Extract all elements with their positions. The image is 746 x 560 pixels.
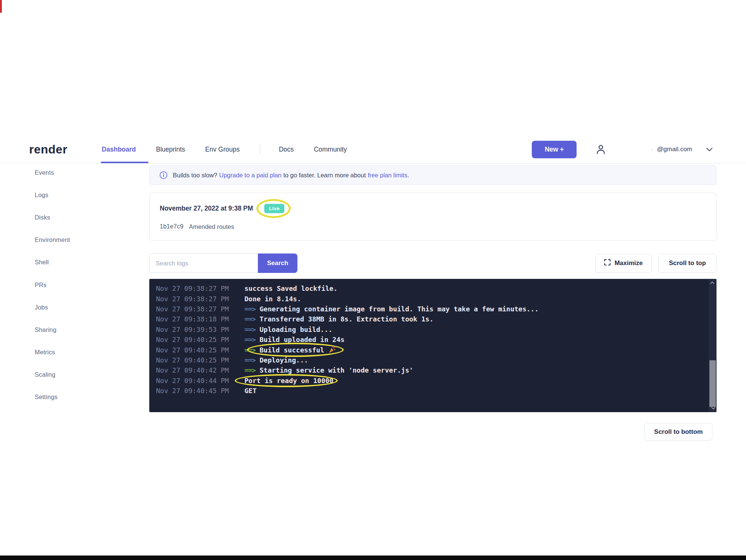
log-message: Build successful bbox=[260, 346, 324, 354]
sidebar-item-shell[interactable]: Shell bbox=[35, 251, 70, 274]
log-timestamp: Nov 27 09:38:27 PM bbox=[156, 284, 244, 292]
arrow-icon: ==> bbox=[244, 366, 256, 374]
sidebar-item-prs[interactable]: PRs bbox=[35, 274, 70, 296]
top-navigation: render Dashboard Blueprints Env Groups D… bbox=[0, 138, 746, 161]
screenshot-artifact-red bbox=[0, 0, 2, 13]
sidebar-item-metrics[interactable]: Metrics bbox=[35, 341, 70, 364]
log-line: Nov 27 09:40:25 PM ==> Deploying... bbox=[156, 355, 702, 365]
log-line: Nov 27 09:40:42 PM ==> Starting service … bbox=[156, 365, 702, 375]
maximize-button[interactable]: Maximize bbox=[595, 254, 652, 273]
render-dashboard-page: render Dashboard Blueprints Env Groups D… bbox=[0, 0, 746, 560]
log-timestamp: Nov 27 09:38:27 PM bbox=[156, 295, 244, 303]
sidebar-item-scaling[interactable]: Scaling bbox=[35, 364, 70, 386]
log-message: Generating container image from build. T… bbox=[260, 305, 539, 313]
log-message: Starting service with 'node server.js' bbox=[260, 366, 413, 374]
maximize-label: Maximize bbox=[615, 259, 643, 267]
scroll-top-label: Scroll to top bbox=[669, 259, 706, 267]
log-line: Nov 27 09:40:25 PM ==> Build uploaded in… bbox=[156, 335, 702, 345]
account-email: @gmail.com bbox=[657, 146, 692, 153]
banner-text: . bbox=[408, 172, 409, 179]
build-successful-annotated: Build successful bbox=[260, 346, 336, 354]
nav-item-blueprints[interactable]: Blueprints bbox=[156, 146, 185, 153]
log-message: GET bbox=[244, 387, 257, 395]
scrollbar-thumb[interactable] bbox=[709, 360, 716, 407]
arrow-icon: ==> bbox=[244, 315, 256, 323]
log-message: Uploading build... bbox=[260, 326, 333, 333]
console-scrollbar[interactable] bbox=[709, 279, 717, 412]
arrow-icon: ==> bbox=[244, 356, 256, 364]
scrollbar-down-arrow[interactable] bbox=[709, 405, 717, 411]
service-sidebar: Events Logs Disks Environment Shell PRs … bbox=[35, 161, 70, 408]
live-status-badge: Live bbox=[264, 204, 284, 213]
log-timestamp: Nov 27 09:40:25 PM bbox=[156, 346, 244, 354]
sidebar-item-environment[interactable]: Environment bbox=[35, 229, 70, 251]
log-line: Nov 27 09:38:27 PM success Saved lockfil… bbox=[156, 283, 702, 293]
log-line: Nov 27 09:38:18 PM ==> Transferred 38MB … bbox=[156, 314, 702, 324]
sidebar-item-settings[interactable]: Settings bbox=[35, 386, 70, 408]
bottom-black-bar bbox=[0, 556, 746, 560]
log-line: Nov 27 09:40:25 PM ==> Build successful bbox=[156, 345, 702, 355]
log-timestamp: Nov 27 09:40:44 PM bbox=[156, 377, 244, 385]
arrow-icon: ==> bbox=[244, 336, 256, 343]
deploy-card: November 27, 2022 at 9:38 PM Live 1b1e7c… bbox=[149, 193, 717, 241]
nav-bottom-border bbox=[0, 163, 746, 164]
nav-item-community[interactable]: Community bbox=[314, 146, 347, 153]
log-console[interactable]: Nov 27 09:38:27 PM success Saved lockfil… bbox=[149, 279, 717, 412]
log-message: Deploying... bbox=[260, 356, 308, 364]
nav-item-dashboard[interactable]: Dashboard bbox=[102, 146, 136, 153]
nav-divider bbox=[260, 144, 260, 155]
nav-item-docs[interactable]: Docs bbox=[279, 146, 294, 153]
render-logo[interactable]: render bbox=[29, 143, 68, 156]
nav-right-group: New + · @gmail.com bbox=[532, 141, 712, 158]
commit-hash-link[interactable]: 1b1e7c9 bbox=[160, 223, 183, 231]
expand-icon bbox=[604, 259, 611, 267]
info-icon bbox=[159, 171, 168, 179]
account-menu[interactable]: · @gmail.com bbox=[651, 146, 712, 153]
log-timestamp: Nov 27 09:40:25 PM bbox=[156, 336, 244, 343]
log-timestamp: Nov 27 09:40:25 PM bbox=[156, 356, 244, 364]
chevron-down-icon[interactable] bbox=[706, 148, 712, 151]
banner-text: Builds too slow? bbox=[173, 172, 217, 179]
log-timestamp: Nov 27 09:38:27 PM bbox=[156, 305, 244, 313]
port-ready-annotated: Port is ready on 10000 bbox=[244, 377, 333, 385]
log-line: Nov 27 09:40:44 PM Port is ready on 1000… bbox=[156, 376, 702, 386]
banner-text: to go faster. Learn more about bbox=[283, 172, 366, 179]
account-separator: · bbox=[651, 146, 653, 153]
search-logs-input[interactable] bbox=[149, 253, 258, 273]
deploy-commit-row: 1b1e7c9 Amended routes bbox=[160, 223, 234, 231]
log-timestamp: Nov 27 09:39:53 PM bbox=[156, 326, 244, 333]
log-timestamp: Nov 27 09:38:18 PM bbox=[156, 315, 244, 323]
sidebar-item-jobs[interactable]: Jobs bbox=[35, 296, 70, 318]
arrow-icon: ==> bbox=[244, 326, 256, 333]
log-message: Done in 8.14s. bbox=[244, 295, 301, 303]
scroll-bottom-label: Scroll to bottom bbox=[654, 428, 703, 436]
scrollbar-up-arrow[interactable] bbox=[709, 280, 717, 286]
log-line: Nov 27 09:38:27 PM ==> Generating contai… bbox=[156, 304, 702, 314]
new-button[interactable]: New + bbox=[532, 141, 577, 158]
sidebar-item-events[interactable]: Events bbox=[35, 161, 70, 184]
log-message: Build uploaded in 24s bbox=[260, 336, 345, 343]
log-message: Transferred 38MB in 8s. Extraction took … bbox=[260, 315, 434, 323]
upgrade-banner: Builds too slow? Upgrade to a paid plan … bbox=[149, 165, 717, 185]
free-plan-limits-link[interactable]: free plan limits bbox=[368, 172, 407, 179]
deploy-date-row: November 27, 2022 at 9:38 PM Live bbox=[160, 204, 284, 213]
nav-item-env-groups[interactable]: Env Groups bbox=[205, 146, 240, 153]
live-status-annotated: Live bbox=[264, 204, 284, 213]
scroll-to-bottom-button[interactable]: Scroll to bottom bbox=[644, 423, 712, 441]
party-popper-icon bbox=[328, 346, 336, 354]
sidebar-item-logs[interactable]: Logs bbox=[35, 184, 70, 206]
arrow-icon: ==> bbox=[244, 305, 256, 313]
log-message: success Saved lockfile. bbox=[244, 284, 337, 292]
log-line: Nov 27 09:38:27 PM Done in 8.14s. bbox=[156, 293, 702, 304]
log-timestamp: Nov 27 09:40:45 PM bbox=[156, 387, 244, 395]
sidebar-item-sharing[interactable]: Sharing bbox=[35, 318, 70, 341]
arrow-icon: ==> bbox=[244, 346, 256, 354]
log-line: Nov 27 09:39:53 PM ==> Uploading build..… bbox=[156, 324, 702, 335]
user-avatar-icon[interactable] bbox=[594, 143, 607, 156]
search-button[interactable]: Search bbox=[258, 253, 297, 273]
sidebar-item-disks[interactable]: Disks bbox=[35, 206, 70, 228]
upgrade-plan-link[interactable]: Upgrade to a paid plan bbox=[219, 172, 281, 179]
log-message: Port is ready on 10000 bbox=[244, 377, 333, 385]
log-line: Nov 27 09:40:45 PM GET bbox=[156, 386, 702, 396]
scroll-to-top-button[interactable]: Scroll to top bbox=[658, 254, 717, 273]
